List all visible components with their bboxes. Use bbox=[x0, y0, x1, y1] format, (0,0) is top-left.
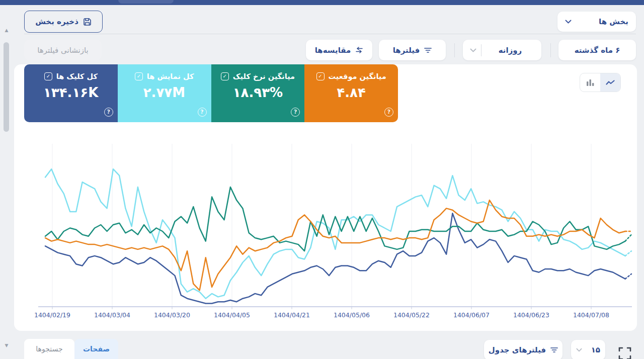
reset-filters-button[interactable]: بازنشانی فیلترها bbox=[24, 40, 102, 60]
metric-value: ۲.۷۷M bbox=[118, 85, 211, 100]
table-filters-button[interactable]: فیلترهای جدول bbox=[484, 340, 562, 359]
bar-chart-icon bbox=[587, 79, 594, 86]
sections-dropdown-label: بخش ها bbox=[599, 17, 628, 26]
tab-searches-label: جستجوها bbox=[36, 345, 62, 353]
interval-inner-divider bbox=[481, 44, 481, 56]
metric-card-impressions[interactable]: کل نمایش ها ✓ ۲.۷۷M ? bbox=[118, 64, 211, 122]
bar-chart-toggle-button[interactable] bbox=[580, 73, 600, 92]
scrollbar-up-arrow-icon[interactable]: ▲ bbox=[3, 28, 10, 33]
top-navigation-bar bbox=[0, 0, 644, 5]
comparisons-label: مقایسه‌ها bbox=[315, 46, 351, 55]
tab-pages[interactable]: صفحات bbox=[74, 339, 118, 359]
fullscreen-icon[interactable] bbox=[618, 347, 631, 359]
metric-card-ctr[interactable]: میانگین نرخ کلیک ✓ ۱۸.۹۳% ? bbox=[211, 64, 305, 122]
metric-card-position[interactable]: میانگین موقعیت ✓ ۴.۸۴ ? bbox=[304, 64, 398, 122]
filters-label: فیلترها bbox=[393, 46, 420, 55]
toolbar-separator bbox=[550, 43, 551, 57]
x-axis-tick-label: 1404/05/22 bbox=[393, 311, 430, 319]
date-range-label: ۶ ماه گذشته bbox=[575, 46, 620, 55]
help-icon[interactable]: ? bbox=[384, 108, 393, 117]
x-axis-tick-label: 1404/06/07 bbox=[453, 311, 490, 319]
trend-line bbox=[45, 213, 625, 303]
scrollbar-down-arrow-icon[interactable]: ▼ bbox=[3, 343, 10, 348]
page-size-dropdown[interactable]: ۱۵ bbox=[571, 340, 605, 359]
top-bar-tab bbox=[118, 0, 174, 4]
x-axis-tick-label: 1404/04/05 bbox=[214, 311, 250, 319]
chart-type-toggle bbox=[580, 73, 621, 92]
checkbox-checked-icon[interactable]: ✓ bbox=[316, 72, 325, 80]
analytics-dashboard: ▲ ▼ ذخیره بخش بخش ها بازنشانی فیلترها مق… bbox=[0, 0, 644, 359]
checkbox-checked-icon[interactable]: ✓ bbox=[135, 72, 143, 80]
line-chart-toggle-button[interactable] bbox=[600, 73, 620, 92]
help-icon[interactable]: ? bbox=[198, 108, 207, 117]
interval-dropdown[interactable]: روزانه bbox=[463, 40, 541, 60]
tab-pages-label: صفحات bbox=[83, 345, 110, 353]
comparisons-button[interactable]: مقایسه‌ها bbox=[306, 40, 372, 60]
page-size-value: ۱۵ bbox=[591, 345, 600, 354]
metric-label: میانگین نرخ کلیک bbox=[233, 72, 295, 80]
metric-label: میانگین موقعیت bbox=[329, 72, 386, 80]
sections-dropdown[interactable]: بخش ها bbox=[557, 12, 636, 32]
tab-searches[interactable]: جستجوها bbox=[24, 339, 74, 359]
save-icon bbox=[83, 18, 92, 26]
checkbox-checked-icon[interactable]: ✓ bbox=[44, 72, 52, 80]
help-icon[interactable]: ? bbox=[104, 108, 113, 117]
metric-value: ۱۸.۹۳% bbox=[211, 85, 305, 100]
filter-icon bbox=[424, 47, 432, 53]
filters-button[interactable]: فیلترها bbox=[379, 40, 446, 60]
metric-label: کل نمایش ها bbox=[147, 72, 194, 80]
toolbar-separator bbox=[454, 43, 455, 57]
toolbar-divider bbox=[24, 34, 636, 34]
interval-label: روزانه bbox=[486, 46, 534, 55]
table-filters-label: فیلترهای جدول bbox=[489, 345, 546, 354]
performance-trend-chart[interactable]: 1404/02/191404/03/041404/03/201404/04/05… bbox=[30, 142, 637, 328]
chevron-down-icon bbox=[565, 20, 572, 24]
save-section-button[interactable]: ذخیره بخش bbox=[24, 11, 103, 33]
metric-cards: کل کلیک ها ✓ ۱۳۴.۱۶K ? کل نمایش ها ✓ ۲.۷… bbox=[24, 64, 398, 122]
metric-label: کل کلیک ها bbox=[56, 72, 98, 80]
x-axis-tick-label: 1404/06/23 bbox=[513, 311, 549, 319]
date-range-button[interactable]: ۶ ماه گذشته bbox=[558, 40, 636, 60]
trend-line bbox=[45, 169, 625, 299]
checkbox-checked-icon[interactable]: ✓ bbox=[221, 72, 229, 80]
x-axis-tick-label: 1404/03/04 bbox=[94, 311, 130, 319]
save-section-label: ذخیره بخش bbox=[35, 17, 78, 26]
x-axis-tick-label: 1404/02/19 bbox=[34, 311, 70, 319]
chevron-down-icon bbox=[470, 48, 476, 52]
reset-filters-label: بازنشانی فیلترها bbox=[37, 46, 89, 55]
help-icon[interactable]: ? bbox=[291, 108, 300, 117]
compare-arrows-icon bbox=[355, 47, 363, 53]
x-axis-tick-label: 1404/05/06 bbox=[334, 311, 370, 319]
x-axis-tick-label: 1404/07/08 bbox=[573, 311, 609, 319]
metric-value: ۱۳۴.۱۶K bbox=[24, 85, 118, 100]
line-chart-icon bbox=[606, 79, 615, 86]
scrollbar-thumb[interactable] bbox=[4, 42, 9, 132]
x-axis-tick-label: 1404/03/20 bbox=[154, 311, 190, 319]
metric-card-clicks[interactable]: کل کلیک ها ✓ ۱۳۴.۱۶K ? bbox=[24, 64, 118, 122]
chevron-down-icon bbox=[576, 348, 582, 352]
trend-line bbox=[45, 200, 625, 290]
x-axis-tick-label: 1404/04/21 bbox=[274, 311, 310, 319]
filter-icon bbox=[550, 347, 558, 353]
metric-value: ۴.۸۴ bbox=[304, 85, 398, 100]
